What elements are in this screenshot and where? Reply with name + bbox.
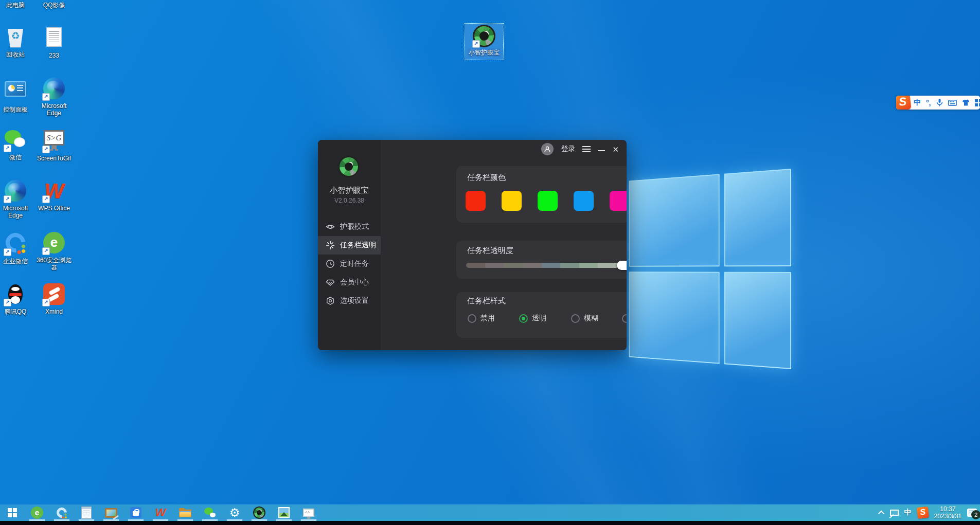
taskbar-eye-protect[interactable] [247, 504, 272, 521]
icon-label: 360安全浏览器 [34, 257, 74, 271]
icon-label: 微信 [0, 154, 35, 161]
app-logo-icon [338, 156, 360, 177]
notepad-icon [81, 506, 92, 519]
radio-acrylic[interactable]: 亚克力 [622, 314, 627, 323]
wechat-work-icon [2, 229, 29, 257]
microphone-icon[interactable] [936, 99, 943, 106]
icon-label: 小智护眼宝 [468, 48, 501, 57]
ime-indicator[interactable]: 中 [904, 508, 912, 517]
sidebar-item-member-center[interactable]: 会员中心 [318, 273, 381, 292]
taskbar-file-explorer[interactable] [173, 504, 198, 521]
section-title: 任务栏透明度 [467, 246, 513, 256]
sidebar-item-label: 护眼模式 [340, 222, 369, 231]
desktop-icon-recycle-bin[interactable]: 回收站 [0, 26, 35, 58]
icon-label: 腾讯QQ [0, 308, 35, 315]
ime-toolbar[interactable]: S 中 °, [896, 96, 980, 110]
sidebar-item-eye-mode[interactable]: 护眼模式 [318, 218, 381, 236]
taskbar-photos[interactable] [272, 504, 296, 521]
taskbar: e W ⚙ 中 S 10:37 2023/3/31 2 [0, 504, 980, 521]
skin-shirt-icon[interactable] [962, 99, 970, 106]
notification-center-icon[interactable]: 2 [967, 509, 977, 517]
desktop-icon-xmind[interactable]: Xmind [34, 283, 74, 315]
radio-selected-icon[interactable] [519, 314, 528, 323]
edge-icon [5, 180, 26, 202]
desktop-icon-wechat-work[interactable]: 企业微信 [0, 232, 35, 265]
desktop-icon-edge-2[interactable]: Microsoft Edge [0, 180, 35, 219]
desktop-icon-eye-protect-selected[interactable]: 小智护眼宝 [465, 24, 503, 60]
swatch-blue[interactable] [574, 191, 594, 211]
taskbar-store[interactable] [123, 504, 148, 521]
slider-fill [466, 263, 617, 268]
radio-transparent-selected[interactable]: 透明 [519, 314, 546, 323]
eye-icon [326, 222, 335, 231]
transparency-slider[interactable] [466, 263, 627, 268]
taskbar-screentogif[interactable] [296, 504, 321, 521]
notification-badge: 2 [971, 510, 980, 519]
desktop-icon-qq[interactable]: 腾讯QQ [0, 283, 35, 315]
desktop-icon-this-pc[interactable]: 此电脑 [0, 0, 35, 9]
swatch-magenta[interactable] [610, 191, 627, 211]
taskbar-wechat[interactable] [198, 504, 222, 521]
desktop-icon-edge-1[interactable]: Microsoft Edge [34, 78, 74, 117]
sogou-logo-icon[interactable]: S [896, 96, 911, 110]
close-button[interactable]: ✕ [612, 146, 619, 153]
taskbar-clock[interactable]: 10:37 2023/3/31 [934, 505, 961, 520]
desktop-icon-wechat[interactable]: 微信 [0, 129, 35, 161]
keyboard-icon[interactable] [948, 100, 957, 106]
window-main: 登录 ✕ 任务栏颜色 [381, 140, 627, 350]
desktop-icon-233-doc[interactable]: 233 [34, 26, 74, 59]
icon-label: QQ影像 [34, 2, 74, 9]
windows-start-icon [8, 508, 12, 512]
diamond-icon [326, 278, 335, 287]
sidebar-item-taskbar-transparency[interactable]: 任务栏透明 [318, 236, 381, 255]
ime-chinese-mode-button[interactable]: 中 [914, 98, 921, 107]
network-icon[interactable] [890, 510, 899, 516]
minimize-button[interactable] [598, 150, 605, 151]
swatch-green[interactable] [538, 191, 558, 211]
sidebar-item-scheduled-tasks[interactable]: 定时任务 [318, 255, 381, 273]
wps-icon: W [43, 180, 65, 202]
desktop-icon-qq-image[interactable]: QQ影像 [34, 0, 74, 9]
taskbar-wechat-work[interactable] [49, 504, 74, 521]
radio-blur[interactable]: 模糊 [571, 314, 598, 323]
toolbox-grid-icon[interactable] [975, 99, 980, 106]
desktop-icon-screentogif[interactable]: S>G ScreenToGif [34, 129, 74, 162]
icon-label: Microsoft Edge [0, 205, 35, 219]
desktop-icon-control-panel[interactable]: 控制面板 [0, 78, 35, 113]
chevron-up-icon[interactable] [878, 510, 884, 517]
taskbar-settings[interactable]: ⚙ [222, 504, 247, 521]
text-document-icon [46, 27, 62, 47]
file-explorer-icon [179, 508, 191, 517]
qq-icon [4, 283, 27, 306]
radio-disable[interactable]: 禁用 [468, 314, 495, 323]
ime-punctuation-button[interactable]: °, [926, 99, 931, 107]
swatch-yellow[interactable] [502, 191, 522, 211]
paint-icon [105, 508, 117, 518]
radio-icon[interactable] [468, 314, 476, 323]
swatch-red[interactable] [466, 191, 486, 211]
sparkle-icon [326, 241, 335, 250]
icon-label: 回收站 [0, 51, 35, 58]
taskbar-wps[interactable]: W [148, 504, 173, 521]
taskbar-paint[interactable] [99, 504, 123, 521]
sidebar-menu: 护眼模式 任务栏透明 定时任务 会员中心 选项设置 [318, 218, 381, 310]
taskbar-notepad[interactable] [74, 504, 99, 521]
hamburger-menu-icon[interactable] [582, 146, 591, 152]
login-button[interactable]: 登录 [561, 144, 575, 154]
desktop-icon-wps[interactable]: W WPS Office [34, 180, 74, 212]
user-avatar[interactable] [541, 143, 554, 155]
sidebar-item-label: 会员中心 [340, 278, 369, 287]
sidebar: 小智护眼宝 V2.0.26.38 护眼模式 任务栏透明 定时任务 会员中心 [318, 140, 381, 350]
sidebar-item-options[interactable]: 选项设置 [318, 292, 381, 310]
icon-label: 企业微信 [0, 258, 35, 265]
radio-icon[interactable] [571, 314, 580, 323]
start-button[interactable] [0, 504, 25, 521]
radio-icon[interactable] [622, 314, 627, 323]
icon-label: WPS Office [34, 205, 74, 212]
sogou-tray-icon[interactable]: S [917, 506, 929, 519]
desktop-icon-360-browser[interactable]: e 360安全浏览器 [34, 232, 74, 271]
system-tray: 中 S 10:37 2023/3/31 2 [880, 504, 977, 521]
slider-knob[interactable] [617, 261, 627, 270]
taskbar-360-browser[interactable]: e [25, 504, 49, 521]
sidebar-item-label: 定时任务 [340, 259, 369, 268]
